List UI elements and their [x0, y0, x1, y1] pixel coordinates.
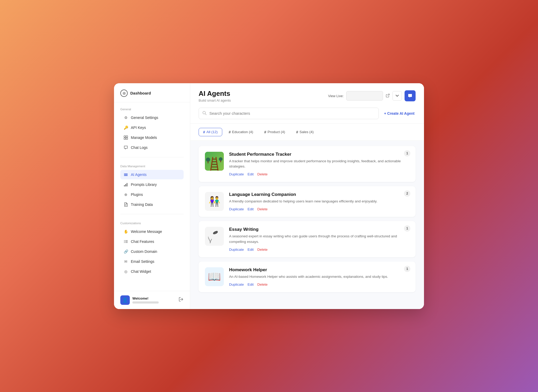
edit-action[interactable]: Edit — [247, 248, 254, 252]
sidebar-item-chat-widget[interactable]: ◎ Chat Widget — [120, 267, 184, 276]
delete-action[interactable]: Delete — [257, 172, 268, 176]
dropdown-button[interactable] — [392, 91, 402, 101]
sidebar-item-training-data[interactable]: Training Data — [120, 200, 184, 209]
delete-action[interactable]: Delete — [257, 248, 268, 252]
edit-action[interactable]: Edit — [247, 172, 254, 176]
grid-icon — [123, 135, 128, 140]
sidebar-item-manage-models[interactable]: Manage Models — [120, 133, 184, 142]
sidebar-item-label: Custom Domain — [131, 249, 157, 254]
create-ai-agent-button[interactable]: + Create AI Agent — [383, 109, 416, 118]
agent-card-language-learning-companion: 👫 Language Learning Companion A friendly… — [199, 186, 416, 217]
svg-rect-5 — [124, 174, 128, 175]
divider-1 — [120, 157, 184, 157]
footer-user-info: Welcome! — [132, 296, 159, 304]
plugin-icon: ⊕ — [123, 192, 128, 197]
sidebar-item-general-settings[interactable]: ⚙ General Settings — [120, 113, 184, 122]
delete-action[interactable]: Delete — [257, 283, 268, 286]
main-content: AI Agents Build smart AI agents View Liv… — [190, 83, 424, 309]
sidebar-item-label: Email Settings — [131, 259, 154, 264]
gear-icon: ⚙ — [123, 115, 128, 120]
agent-name: Essay Writing — [229, 227, 409, 232]
app-container: ◎ Dashboard General ⚙ General Settings 🔑… — [114, 83, 424, 309]
svg-rect-32 — [220, 160, 221, 162]
sidebar-item-api-keys[interactable]: 🔑 API Keys — [120, 123, 184, 132]
sidebar-item-label: General Settings — [131, 116, 158, 120]
sidebar-item-welcome-message[interactable]: ✋ Welcome Message — [120, 227, 184, 236]
agent-info: Language Learning Companion A friendly c… — [229, 192, 409, 211]
agent-description: A seasoned expert in essay writing who c… — [229, 234, 409, 244]
hash-icon: # — [203, 130, 205, 134]
sidebar-item-label: Welcome Message — [131, 229, 162, 234]
duplicate-action[interactable]: Duplicate — [229, 283, 244, 286]
page-title-block: AI Agents Build smart AI agents — [199, 90, 231, 102]
search-row: + Create AI Agent — [199, 108, 416, 119]
main-header: AI Agents Build smart AI agents View Liv… — [190, 83, 424, 124]
agent-name: Student Performance Tracker — [229, 152, 409, 157]
sidebar-item-label: AI Agents — [131, 173, 147, 177]
key-icon: 🔑 — [123, 125, 128, 130]
email-icon: ✉ — [123, 259, 128, 264]
view-live-input[interactable] — [346, 91, 383, 101]
duplicate-action[interactable]: Duplicate — [229, 172, 244, 176]
agent-thumb-book: 📖 — [205, 267, 224, 286]
link-icon: 🔗 — [123, 249, 128, 254]
delete-action[interactable]: Delete — [257, 207, 268, 211]
external-link-icon[interactable] — [386, 93, 390, 98]
sidebar-item-label: Prompts Library — [131, 182, 157, 187]
filter-tab-product[interactable]: # Product (4) — [260, 128, 290, 136]
agent-badge: 1 — [404, 150, 410, 156]
search-input[interactable] — [199, 108, 379, 119]
hash-icon: # — [229, 130, 231, 134]
section-label-data: Data Management — [120, 165, 184, 168]
agent-info: Student Performance Tracker A tracker th… — [229, 152, 409, 176]
svg-rect-8 — [125, 184, 126, 186]
widget-icon: ◎ — [123, 269, 128, 274]
logo-icon: ◎ — [120, 90, 128, 97]
agent-name: Language Learning Companion — [229, 192, 409, 197]
filter-tab-all[interactable]: # All (12) — [199, 128, 222, 136]
sidebar-footer: 👤 Welcome! — [114, 291, 190, 309]
sidebar-item-label: Chat Features — [131, 239, 154, 244]
filter-tab-sales[interactable]: # Sales (4) — [292, 128, 318, 136]
logout-button[interactable] — [178, 297, 184, 303]
chat-icon — [123, 145, 128, 150]
agent-info: Essay Writing A seasoned expert in essay… — [229, 227, 409, 252]
svg-rect-3 — [126, 138, 128, 139]
svg-rect-0 — [124, 136, 126, 137]
divider-2 — [120, 214, 184, 214]
sidebar-section-data: Data Management AI Agents — [114, 159, 190, 212]
agent-description: A friendly companion dedicated to helpin… — [229, 199, 409, 204]
sidebar-item-label: Training Data — [131, 202, 153, 207]
sidebar-item-prompts-library[interactable]: Prompts Library — [120, 180, 184, 189]
filter-tab-label: Product (4) — [267, 130, 285, 134]
sidebar-item-label: Chat Logs — [131, 145, 148, 150]
sidebar-item-chat-features[interactable]: Chat Features — [120, 237, 184, 246]
svg-rect-4 — [124, 174, 128, 174]
agent-actions: Duplicate Edit Delete — [229, 248, 409, 252]
sidebar-logo[interactable]: ◎ Dashboard — [114, 90, 190, 102]
chat-button[interactable] — [405, 90, 416, 101]
duplicate-action[interactable]: Duplicate — [229, 248, 244, 252]
sidebar-item-plugins[interactable]: ⊕ Plugins — [120, 190, 184, 199]
edit-action[interactable]: Edit — [247, 283, 254, 286]
agents-list: Student Performance Tracker A tracker th… — [190, 141, 424, 309]
sidebar-item-label: API Keys — [131, 126, 146, 130]
svg-rect-2 — [124, 138, 126, 139]
sidebar-item-custom-domain[interactable]: 🔗 Custom Domain — [120, 247, 184, 256]
footer-user: 👤 Welcome! — [120, 295, 159, 305]
sidebar-item-ai-agents[interactable]: AI Agents — [120, 170, 184, 179]
agent-info: Homework Helper An AI-based Homework Hel… — [229, 267, 409, 286]
sidebar-item-email-settings[interactable]: ✉ Email Settings — [120, 257, 184, 266]
hash-icon: # — [264, 130, 266, 134]
sidebar-section-customizations: Customizations ✋ Welcome Message Chat — [114, 216, 190, 279]
agent-badge: 1 — [404, 225, 410, 232]
view-live-label: View Live: — [328, 94, 344, 98]
filter-tabs: # All (12) # Education (4) # Product (4)… — [190, 124, 424, 141]
chart-icon — [123, 182, 128, 187]
agent-description: An AI-based Homework Helper who assists … — [229, 274, 409, 279]
svg-point-29 — [206, 158, 210, 162]
filter-tab-education[interactable]: # Education (4) — [224, 128, 258, 136]
edit-action[interactable]: Edit — [247, 207, 254, 211]
duplicate-action[interactable]: Duplicate — [229, 207, 244, 211]
sidebar-item-chat-logs[interactable]: Chat Logs — [120, 143, 184, 152]
